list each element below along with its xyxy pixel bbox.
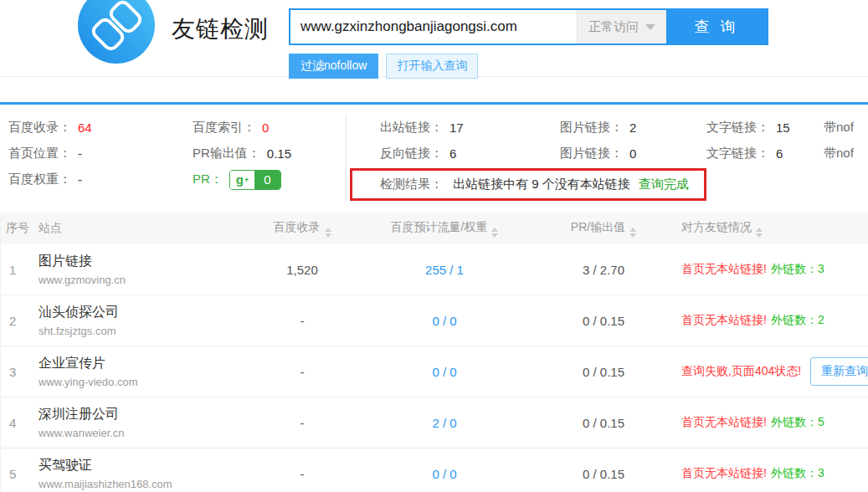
baidu-included-cell: -	[252, 467, 352, 481]
row-index: 5	[1, 467, 39, 481]
sort-icon	[325, 228, 331, 238]
stat-back-img-links: 图片链接： 0	[560, 141, 706, 167]
url-input[interactable]	[290, 10, 577, 44]
google-plus-icon: g+	[230, 171, 254, 189]
friend-links-table: 序号 站点 百度收录 百度预计流量/权重 PR/输出值 对方友链情况 1 图片链…	[0, 213, 868, 492]
row-index: 2	[1, 314, 39, 328]
sort-icon	[491, 228, 498, 238]
page-header: 友链检测 正常访问 查 询 过滤nofollow 打开输入查询	[0, 0, 868, 77]
access-mode-value: 正常访问	[588, 19, 639, 35]
site-cell: 深圳注册公司 www.wanweier.cn	[39, 406, 252, 439]
flow-weight-link[interactable]: 0 / 0	[432, 467, 456, 481]
site-name: 买驾驶证	[39, 457, 252, 474]
stat-baidu-weight: 百度权重： -	[8, 167, 193, 192]
baidu-included-cell: -	[252, 314, 352, 328]
stats-panel: 百度收录： 64 百度索引： 0 首页位置： - PR输出值： 0.15 百度权…	[0, 102, 868, 209]
site-name: 企业宣传片	[39, 355, 252, 372]
stat-pr-output: PR输出值： 0.15	[193, 141, 346, 167]
site-cell: 买驾驶证 www.maijiashizhen168.com	[39, 457, 252, 490]
col-header-baidu-included[interactable]: 百度收录	[252, 220, 352, 238]
site-url: www.ying-viedo.com	[39, 376, 252, 388]
table-header: 序号 站点 百度收录 百度预计流量/权重 PR/输出值 对方友链情况	[1, 213, 868, 244]
col-header-index: 序号	[1, 221, 39, 236]
stat-home-position: 首页位置： -	[8, 141, 193, 167]
pr-output-cell: 3 / 2.70	[537, 263, 670, 277]
site-cell: 企业宣传片 www.ying-viedo.com	[39, 355, 252, 388]
status-outlinks-text: 外链数：3	[771, 466, 824, 481]
table-row: 2 汕头侦探公司 sht.fzsjztgs.com - 0 / 0 0 / 0.…	[1, 295, 868, 346]
site-url: sht.fzsjztgs.com	[39, 325, 252, 337]
stat-out-text-links: 文字链接： 15	[706, 115, 824, 141]
chain-link-logo-icon	[78, 0, 155, 64]
sub-buttons: 过滤nofollow 打开输入查询	[289, 54, 478, 79]
site-url: www.maijiashizhen168.com	[39, 478, 252, 490]
flow-weight-cell: 2 / 0	[352, 416, 537, 430]
chevron-down-icon	[645, 24, 655, 30]
search-bar: 正常访问 查 询	[289, 8, 768, 45]
stat-baidu-index: 百度索引： 0	[193, 115, 346, 141]
stats-back-row: 反向链接： 6 图片链接： 0 文字链接： 6 带nof	[347, 141, 868, 167]
col-header-link-status[interactable]: 对方友链情况	[670, 220, 868, 238]
link-status-cell: 首页无本站链接! 外链数：2	[670, 313, 868, 328]
site-url: www.wanweier.cn	[39, 427, 252, 439]
baidu-included-cell: -	[252, 416, 352, 430]
flow-weight-cell: 0 / 0	[352, 314, 537, 328]
link-status-cell: 首页无本站链接! 外链数：5	[670, 415, 868, 430]
row-index: 1	[1, 263, 39, 277]
flow-weight-cell: 0 / 0	[352, 467, 537, 481]
flow-weight-cell: 255 / 1	[352, 263, 537, 277]
stat-back-nofollow: 带nof	[824, 141, 868, 167]
stat-baidu-included: 百度收录： 64	[8, 115, 193, 141]
page-title: 友链检测	[172, 13, 269, 45]
link-status-cell: 查询失败,页面404状态! 重新查询	[670, 357, 868, 386]
col-header-flow-weight[interactable]: 百度预计流量/权重	[352, 220, 537, 238]
status-error-text: 查询失败,页面404状态!	[681, 364, 801, 379]
detection-result-label: 检测结果：	[380, 177, 443, 191]
col-header-pr-output[interactable]: PR/输出值	[537, 220, 670, 238]
query-complete-link[interactable]: 查询完成	[639, 177, 689, 191]
link-status-cell: 首页无本站链接! 外链数：3	[670, 262, 868, 277]
open-input-query-button[interactable]: 打开输入查询	[386, 54, 478, 79]
status-error-text: 首页无本站链接!	[681, 262, 767, 277]
flow-weight-link[interactable]: 2 / 0	[432, 416, 456, 430]
filter-nofollow-button[interactable]: 过滤nofollow	[289, 54, 378, 79]
site-url: www.gzmoving.cn	[39, 274, 252, 286]
baidu-included-cell: -	[252, 365, 352, 379]
site-name: 图片链接	[39, 253, 252, 270]
google-pr-badge: g+ 0	[229, 170, 281, 190]
stat-back-links: 反向链接： 6	[380, 141, 560, 167]
stat-out-img-links: 图片链接： 2	[560, 115, 706, 141]
flow-weight-link[interactable]: 0 / 0	[432, 365, 456, 379]
stat-back-text-links: 文字链接： 6	[706, 141, 824, 167]
sort-icon	[756, 228, 763, 238]
table-row: 4 深圳注册公司 www.wanweier.cn - 2 / 0 0 / 0.1…	[1, 397, 868, 448]
status-outlinks-text: 外链数：5	[771, 415, 824, 430]
site-cell: 图片链接 www.gzmoving.cn	[39, 253, 252, 286]
stat-pr: PR： g+ 0	[193, 167, 346, 192]
flow-weight-link[interactable]: 255 / 1	[425, 263, 464, 277]
site-cell: 汕头侦探公司 sht.fzsjztgs.com	[39, 304, 252, 337]
flow-weight-cell: 0 / 0	[352, 365, 537, 379]
row-index: 3	[1, 365, 39, 379]
status-error-text: 首页无本站链接!	[681, 415, 767, 430]
query-button[interactable]: 查 询	[666, 10, 767, 44]
retry-query-button[interactable]: 重新查询	[810, 357, 868, 386]
stats-out-row: 出站链接： 17 图片链接： 2 文字链接： 15 带nof	[347, 115, 868, 141]
pr-output-cell: 0 / 0.15	[537, 314, 670, 328]
stats-right-group: 出站链接： 17 图片链接： 2 文字链接： 15 带nof 反向链接： 6 图…	[346, 115, 868, 201]
baidu-included-cell: 1,520	[252, 263, 352, 277]
row-index: 4	[1, 416, 39, 430]
site-name: 汕头侦探公司	[39, 304, 252, 321]
col-header-site: 站点	[39, 221, 252, 236]
link-status-cell: 首页无本站链接! 外链数：3	[670, 466, 868, 481]
detection-result-text: 出站链接中有 9 个没有本站链接	[453, 177, 630, 191]
table-row: 5 买驾驶证 www.maijiashizhen168.com - 0 / 0 …	[1, 448, 868, 492]
status-outlinks-text: 外链数：3	[771, 262, 824, 277]
access-mode-dropdown[interactable]: 正常访问	[577, 10, 666, 44]
stat-out-links: 出站链接： 17	[380, 115, 560, 141]
flow-weight-link[interactable]: 0 / 0	[432, 314, 456, 328]
status-error-text: 首页无本站链接!	[681, 466, 767, 481]
table-row: 1 图片链接 www.gzmoving.cn 1,520 255 / 1 3 /…	[1, 244, 868, 295]
stat-out-nofollow: 带nof	[824, 115, 868, 141]
site-name: 深圳注册公司	[39, 406, 252, 423]
